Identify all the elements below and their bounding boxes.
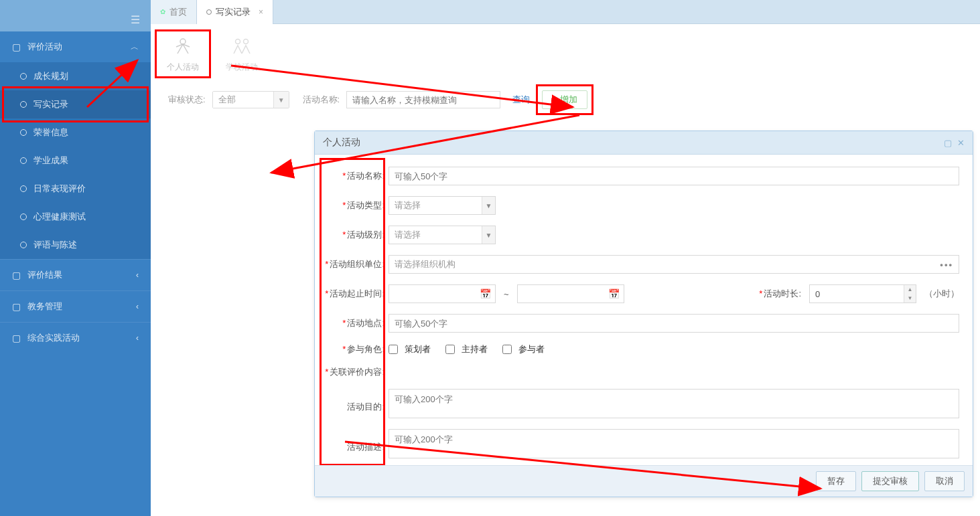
menu-group-label: 教务管理 bbox=[27, 300, 62, 313]
activity-purpose-textarea[interactable] bbox=[389, 389, 959, 418]
sidebar-collapse-button[interactable]: ☰ bbox=[0, 8, 151, 31]
date-separator: ~ bbox=[500, 289, 513, 299]
search-button[interactable]: 查询 bbox=[507, 94, 535, 106]
maximize-icon[interactable]: ▢ bbox=[944, 138, 952, 148]
subtab-label: 学校活动 bbox=[226, 62, 258, 73]
cancel-button[interactable]: 取消 bbox=[924, 471, 965, 491]
activity-org-picker[interactable]: 请选择组织机构 ••• bbox=[389, 255, 959, 274]
filter-status-value[interactable] bbox=[213, 92, 273, 108]
close-icon[interactable]: ✕ bbox=[957, 138, 965, 148]
sidebar-item-label: 评语与陈述 bbox=[33, 239, 77, 251]
add-button[interactable]: + 增加 bbox=[542, 90, 587, 109]
activity-name-input[interactable] bbox=[389, 167, 959, 185]
spinner-down-icon[interactable]: ▼ bbox=[904, 294, 916, 303]
add-button-label: 增加 bbox=[560, 94, 577, 106]
sidebar-item-label: 学业成果 bbox=[33, 155, 68, 167]
sidebar-item-label: 写实记录 bbox=[33, 98, 68, 110]
circle-icon bbox=[206, 9, 212, 15]
duration-input[interactable]: 0 ▲ ▼ bbox=[809, 284, 916, 303]
duration-unit: （小时） bbox=[924, 288, 959, 300]
sidebar-item-label: 心理健康测试 bbox=[33, 211, 86, 223]
circle-icon bbox=[20, 101, 27, 108]
menu-group-label: 评价结果 bbox=[27, 269, 62, 281]
svg-point-1 bbox=[236, 39, 240, 44]
tab-record[interactable]: 写实记录 × bbox=[197, 0, 273, 24]
calendar-icon: 📅 bbox=[480, 288, 491, 299]
menu-group-practice[interactable]: ▢ 综合实践活动 ‹ bbox=[0, 322, 151, 353]
sidebar-item-academic[interactable]: 学业成果 bbox=[0, 147, 151, 175]
circle-icon bbox=[20, 185, 27, 192]
sidebar-item-honor[interactable]: 荣誉信息 bbox=[0, 118, 151, 147]
subtab-label: 个人活动 bbox=[167, 62, 199, 73]
chevron-down-icon[interactable]: ▼ bbox=[482, 226, 495, 244]
sidebar-item-label: 荣誉信息 bbox=[33, 126, 68, 139]
ellipsis-icon[interactable]: ••• bbox=[940, 260, 953, 270]
folder-icon: ▢ bbox=[12, 41, 21, 52]
label-activity-level: *活动级别: bbox=[322, 229, 389, 241]
folder-icon: ▢ bbox=[12, 333, 21, 343]
activity-type-combo[interactable]: 请选择 ▼ bbox=[389, 196, 496, 215]
sidebar-item-daily[interactable]: 日常表现评价 bbox=[0, 175, 151, 203]
label-activity-time: *活动起止时间: bbox=[322, 288, 389, 300]
subtab-school[interactable]: 学校活动 bbox=[226, 35, 258, 73]
role-participant-checkbox[interactable] bbox=[502, 345, 512, 354]
chevron-down-icon[interactable]: ▼ bbox=[273, 92, 289, 108]
close-icon[interactable]: × bbox=[259, 7, 263, 17]
circle-icon bbox=[20, 213, 27, 220]
role-host-checkbox[interactable] bbox=[445, 345, 455, 354]
sidebar-item-comment[interactable]: 评语与陈述 bbox=[0, 231, 151, 259]
circle-icon bbox=[20, 157, 27, 164]
menu-group-label: 评价活动 bbox=[27, 41, 62, 53]
chevron-left-icon: ‹ bbox=[136, 333, 139, 343]
role-planner-checkbox[interactable] bbox=[389, 345, 398, 354]
personal-activity-dialog: 个人活动 ▢ ✕ *活动名称: *活动类型: 请选择 bbox=[314, 131, 973, 497]
dialog-title: 个人活动 bbox=[323, 137, 360, 149]
draft-button[interactable]: 暂存 bbox=[816, 471, 856, 491]
label-duration: *活动时长: bbox=[759, 288, 805, 300]
home-icon: ✿ bbox=[160, 8, 165, 15]
circle-icon bbox=[20, 242, 27, 248]
label-related-content: *关联评价内容: bbox=[322, 366, 389, 378]
menu-group-eval[interactable]: ▢ 评价活动 ︿ bbox=[0, 31, 151, 62]
tab-label: 写实记录 bbox=[216, 6, 251, 18]
activity-level-combo[interactable]: 请选择 ▼ bbox=[389, 226, 496, 244]
tab-home[interactable]: ✿ 首页 bbox=[151, 0, 197, 24]
circle-icon bbox=[20, 73, 27, 80]
label-activity-desc: 活动描述: bbox=[322, 429, 389, 453]
tabbar: ✿ 首页 写实记录 × bbox=[151, 0, 980, 24]
submit-button[interactable]: 提交审核 bbox=[861, 471, 919, 491]
filter-status-label: 审核状态: bbox=[168, 94, 206, 106]
sidebar-item-mental[interactable]: 心理健康测试 bbox=[0, 203, 151, 231]
sidebar-item-record[interactable]: 写实记录 bbox=[0, 90, 151, 118]
chevron-up-icon: ︿ bbox=[131, 41, 139, 53]
role-participant-label: 参与者 bbox=[518, 343, 545, 355]
sidebar-item-label: 成长规划 bbox=[33, 70, 68, 82]
start-date-input[interactable]: 📅 bbox=[389, 284, 496, 303]
label-activity-purpose: 活动目的: bbox=[322, 389, 389, 413]
circle-icon bbox=[20, 129, 27, 136]
filter-status-combo[interactable]: ▼ bbox=[212, 91, 289, 108]
sidebar-item-label: 日常表现评价 bbox=[33, 183, 86, 195]
menu-group-label: 综合实践活动 bbox=[27, 332, 80, 344]
label-activity-role: *参与角色: bbox=[322, 343, 389, 355]
dialog-header: 个人活动 ▢ ✕ bbox=[315, 131, 973, 155]
label-activity-location: *活动地点: bbox=[322, 317, 389, 329]
spinner-up-icon[interactable]: ▲ bbox=[904, 285, 916, 294]
group-icon bbox=[227, 35, 257, 58]
role-host-label: 主持者 bbox=[462, 343, 488, 355]
filter-name-input[interactable] bbox=[346, 91, 500, 108]
subtab-personal[interactable]: 个人活动 bbox=[167, 35, 199, 73]
menu-group-edu[interactable]: ▢ 教务管理 ‹ bbox=[0, 290, 151, 322]
tab-label: 首页 bbox=[169, 6, 187, 18]
label-activity-org: *活动组织单位: bbox=[322, 258, 389, 270]
folder-icon: ▢ bbox=[12, 270, 21, 280]
role-planner-label: 策划者 bbox=[405, 343, 431, 355]
calendar-icon: 📅 bbox=[608, 288, 620, 299]
svg-point-2 bbox=[244, 39, 249, 44]
end-date-input[interactable]: 📅 bbox=[517, 284, 624, 303]
sidebar-item-growth[interactable]: 成长规划 bbox=[0, 62, 151, 90]
menu-group-result[interactable]: ▢ 评价结果 ‹ bbox=[0, 259, 151, 290]
chevron-down-icon[interactable]: ▼ bbox=[482, 197, 495, 214]
activity-location-input[interactable] bbox=[389, 314, 959, 333]
activity-desc-textarea[interactable] bbox=[389, 429, 959, 458]
